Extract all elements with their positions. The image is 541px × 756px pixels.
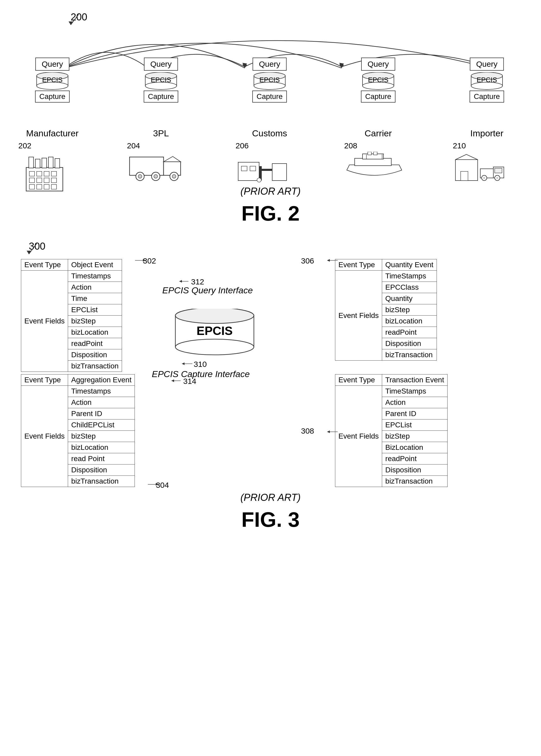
arrow-310 (181, 360, 195, 368)
svg-point-111 (175, 309, 254, 323)
entity-img-importer (453, 152, 513, 183)
arrow-312 (178, 277, 191, 285)
table-302: Event Type Object Event Event Fields Tim… (21, 259, 122, 372)
table-306-row-1: EPCClass (382, 282, 437, 293)
query-box-1: Query (35, 58, 69, 71)
svg-rect-56 (44, 178, 49, 183)
svg-rect-48 (48, 157, 53, 168)
svg-text:EPCIS: EPCIS (151, 76, 171, 84)
svg-rect-57 (51, 178, 57, 183)
table-302-fields-label: Event Fields (21, 270, 68, 372)
capture-box-2: Capture (144, 91, 178, 103)
svg-point-90 (483, 177, 485, 179)
query-box-2: Query (144, 58, 178, 71)
epcis-cylinder-2: EPCIS (143, 72, 179, 91)
table-304-row-2: Parent ID (68, 408, 135, 420)
epcis-node-1: Query EPCIS Capture (16, 58, 89, 103)
epcis-db-svg: EPCIS (173, 309, 257, 356)
epcis-center-cylinder: EPCIS (173, 309, 257, 357)
table-302-row-4: bizStep (68, 316, 122, 327)
table-302-header-col2: Object Event (68, 259, 122, 270)
table-308-row-2: Parent ID (382, 408, 448, 420)
table-304-header-col1: Event Type (21, 374, 68, 386)
table-308: Event Type Transaction Event Event Field… (335, 374, 448, 487)
entity-num-210: 210 (453, 141, 466, 150)
table-302-row-3: EPCList (68, 304, 122, 316)
table-302-row-1: Action (68, 282, 122, 293)
epcis-cylinder-1: EPCIS (34, 72, 71, 91)
svg-marker-114 (182, 362, 185, 365)
table-306-header-col1: Event Type (335, 259, 382, 270)
table-304-row-5: bizLocation (68, 442, 135, 453)
table-306-row-3: bizStep (382, 304, 437, 316)
table-306-fields-label: Event Fields (335, 270, 382, 361)
entity-num-202: 202 (18, 141, 31, 150)
svg-marker-105 (179, 280, 182, 283)
entity-label-importer: Importer (450, 128, 523, 139)
epcis-cylinder-4: EPCIS (360, 72, 396, 91)
svg-rect-75 (241, 166, 247, 171)
table-304-row-0: Timestamps (68, 386, 135, 397)
entity-num-204: 204 (127, 141, 140, 150)
fig3-prior-art: (PRIOR ART) (0, 492, 541, 503)
svg-rect-81 (373, 152, 377, 155)
svg-marker-64 (164, 157, 181, 162)
table-308-fields-label: Event Fields (335, 386, 382, 487)
svg-line-94 (29, 244, 37, 254)
svg-point-70 (172, 175, 176, 178)
callout-314: 314 (183, 377, 196, 386)
table-302-header-col1: Event Type (21, 259, 68, 270)
svg-text:EPCIS: EPCIS (368, 76, 388, 84)
table-304-row-8: bizTransaction (68, 476, 135, 487)
entity-num-208: 208 (344, 141, 357, 150)
capture-box-3: Capture (252, 91, 287, 103)
capture-box-5: Capture (470, 91, 504, 103)
svg-point-77 (257, 178, 261, 182)
table-302-row-8: bizTransaction (68, 361, 122, 372)
table-306-row-7: bizTransaction (382, 349, 437, 361)
svg-point-66 (138, 175, 142, 178)
table-304-row-3: ChildEPCList (68, 420, 135, 431)
table-304-header-col2: Aggregation Event (68, 374, 135, 386)
svg-rect-46 (35, 159, 40, 168)
callout-308: 308 (301, 427, 314, 435)
table-302-row-2: Time (68, 293, 122, 304)
capture-box-1: Capture (35, 91, 70, 103)
epcis-node-2: Query EPCIS Capture (124, 58, 198, 103)
table-308-header-col2: Transaction Event (382, 374, 448, 386)
entity-labels-row: Manufacturer 3PL Customs Carrier Importe… (16, 128, 523, 139)
svg-rect-49 (55, 159, 60, 168)
page: 200 Query (0, 0, 541, 756)
table-304-row-7: Disposition (68, 465, 135, 476)
svg-point-92 (496, 177, 498, 179)
svg-rect-54 (29, 178, 35, 183)
callout-306-arrow (322, 256, 338, 264)
table-304-fields-label: Event Fields (21, 386, 68, 487)
svg-rect-55 (37, 178, 42, 183)
fig3-label: FIG. 3 (0, 508, 541, 532)
entity-label-carrier: Carrier (341, 128, 415, 139)
entity-label-3pl: 3PL (124, 128, 198, 139)
table-304-row-6: read Point (68, 453, 135, 465)
table-304: Event Type Aggregation Event Event Field… (21, 374, 135, 487)
epcis-cylinder-5: EPCIS (468, 72, 505, 91)
table-308-row-3: EPCList (382, 420, 448, 431)
epcis-cylinder-3: EPCIS (251, 72, 288, 91)
epcis-node-5: Query EPCIS Capture (450, 58, 523, 103)
arrow-314 (170, 377, 185, 385)
entity-img-3pl (127, 152, 187, 183)
svg-rect-93 (495, 168, 502, 173)
table-306-row-0: TimeStamps (382, 270, 437, 282)
entity-label-customs: Customs (233, 128, 306, 139)
table-306-container: 306 Event Type Quantity Event Event Fiel… (335, 259, 437, 361)
svg-marker-85 (455, 155, 478, 160)
callout-304-arrow (148, 481, 164, 488)
svg-marker-116 (172, 379, 174, 382)
table-308-row-1: Action (382, 397, 448, 408)
table-308-container: 308 Event Type Transaction Event Event F… (335, 374, 448, 487)
svg-rect-45 (29, 157, 34, 168)
capture-box-4: Capture (361, 91, 395, 103)
svg-rect-50 (29, 172, 35, 176)
fig2-label: FIG. 2 (0, 201, 541, 225)
callout-302-arrow (135, 256, 151, 264)
